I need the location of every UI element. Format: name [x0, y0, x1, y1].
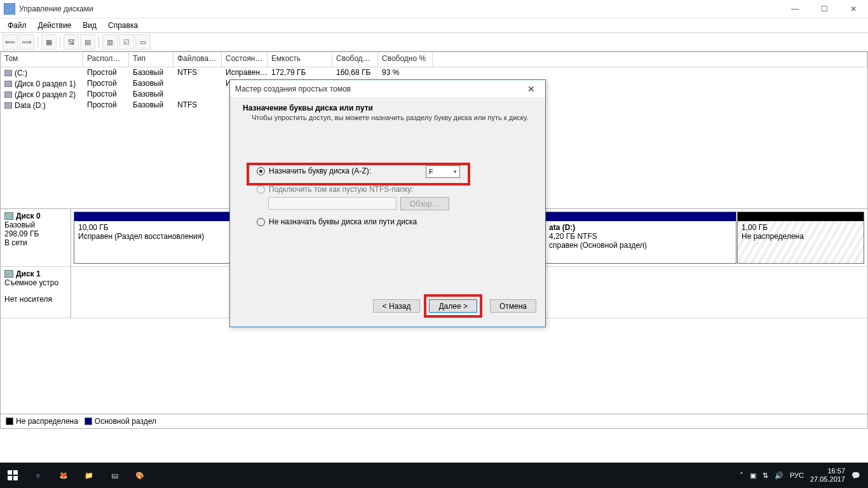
- col-layout[interactable]: Распол…: [83, 52, 129, 67]
- titlebar: Управление дисками — ☐ ✕: [0, 0, 868, 18]
- label-mount-folder: Подключить том как пустую NTFS-папку:: [269, 185, 414, 194]
- svg-rect-3: [13, 476, 18, 480]
- back-icon[interactable]: ⟸: [3, 34, 18, 50]
- dialog-heading: Назначение буквы диска или пути: [243, 104, 532, 112]
- col-pct[interactable]: Свободно %: [378, 52, 433, 67]
- app-icon: [4, 3, 15, 15]
- svg-rect-0: [8, 470, 12, 475]
- maximize-button[interactable]: ☐: [810, 0, 839, 18]
- menu-view[interactable]: Вид: [78, 20, 102, 31]
- volume-icon: [4, 102, 12, 109]
- menubar: Файл Действие Вид Справка: [0, 18, 868, 32]
- col-vol[interactable]: Том: [1, 52, 83, 67]
- tray-network-icon[interactable]: ⇅: [763, 471, 768, 480]
- menu-action[interactable]: Действие: [33, 20, 77, 31]
- radio-no-assign[interactable]: [257, 218, 265, 226]
- tray-sound-icon[interactable]: 🔊: [775, 471, 783, 480]
- table-row[interactable]: (C:) ПростойБазовыйNTFSИсправен…172,79 Г…: [1, 67, 867, 78]
- partition[interactable]: 10,00 ГБИсправен (Раздел восстановления): [74, 212, 235, 264]
- volume-icon: [4, 81, 12, 87]
- tray-clock[interactable]: 16:57 27.05.2017: [810, 467, 845, 484]
- label-no-assign: Не назначать буквы диска или пути диска: [269, 217, 417, 226]
- taskbar-firefox-icon[interactable]: 🦊: [51, 463, 76, 488]
- taskbar-diskmgmt-icon[interactable]: 🖴: [102, 463, 127, 488]
- dialog-close-button[interactable]: ✕: [522, 81, 540, 97]
- svg-rect-1: [13, 470, 18, 475]
- legend-swatch-primary: [85, 417, 92, 425]
- tray-battery-icon[interactable]: ▣: [750, 471, 756, 480]
- cancel-button[interactable]: Отмена: [490, 299, 536, 313]
- chevron-down-icon: ▾: [454, 168, 457, 175]
- col-type[interactable]: Тип: [129, 52, 173, 67]
- tray-lang[interactable]: РУС: [790, 471, 804, 479]
- tray-up-icon[interactable]: ˄: [740, 471, 743, 480]
- svg-rect-2: [8, 476, 12, 480]
- volume-icon: [4, 70, 12, 76]
- window-title: Управление дисками: [19, 4, 780, 13]
- tool5-icon[interactable]: ▭: [135, 34, 151, 50]
- dialog-subtitle: Чтобы упростить доступ, вы можете назнач…: [252, 114, 532, 121]
- taskbar: e 🦊 📁 🖴 🎨 ˄ ▣ ⇅ 🔊 РУС 16:57 27.05.2017 💬: [0, 463, 868, 488]
- col-fs[interactable]: Файловая с…: [173, 52, 222, 67]
- tool2-icon[interactable]: ▤: [80, 34, 95, 50]
- tool4-icon[interactable]: ☑: [119, 34, 134, 50]
- legend-swatch-unalloc: [6, 417, 13, 425]
- toolbar: ⟸ ⟹ ▦ 🖫 ▤ ▥ ☑ ▭: [0, 32, 868, 51]
- partition-bar: [738, 212, 864, 221]
- minimize-button[interactable]: —: [780, 0, 810, 18]
- taskbar-explorer-icon[interactable]: 📁: [76, 463, 102, 488]
- close-button[interactable]: ✕: [839, 0, 868, 18]
- menu-file[interactable]: Файл: [3, 20, 32, 31]
- taskbar-paint-icon[interactable]: 🎨: [127, 463, 153, 488]
- next-button[interactable]: Далее >: [429, 299, 477, 313]
- col-free[interactable]: Свобод…: [332, 52, 378, 67]
- partition-unallocated[interactable]: 1,00 ГБНе распределена: [737, 212, 864, 264]
- refresh-icon[interactable]: 🖫: [64, 34, 79, 50]
- tray-notifications-icon[interactable]: 💬: [851, 471, 860, 480]
- menu-help[interactable]: Справка: [103, 20, 143, 31]
- back-button[interactable]: < Назад: [373, 299, 421, 313]
- partition-bar: [74, 212, 234, 221]
- disk-icon: [4, 270, 13, 278]
- col-state[interactable]: Состояние: [222, 52, 268, 67]
- partition-bar: [545, 212, 736, 221]
- label-assign-letter: Назначить букву диска (A-Z):: [269, 166, 371, 175]
- col-cap[interactable]: Емкость: [268, 52, 332, 67]
- volume-icon: [4, 92, 12, 98]
- taskbar-edge-icon[interactable]: e: [25, 463, 51, 488]
- mount-path-input: [268, 197, 397, 210]
- drive-letter-select[interactable]: F▾: [426, 165, 460, 178]
- disk-icon: [4, 212, 13, 220]
- highlight-box-next: Далее >: [424, 294, 482, 318]
- grid-header: Том Распол… Тип Файловая с… Состояние Ем…: [1, 52, 867, 67]
- wizard-dialog: Мастер создания простых томов ✕ Назначен…: [229, 79, 546, 327]
- dialog-title: Мастер создания простых томов: [235, 85, 522, 93]
- partition[interactable]: ata (D:)4,20 ГБ NTFSсправен (Основной ра…: [545, 212, 736, 264]
- legend: Не распределена Основной раздел: [0, 414, 868, 429]
- start-button[interactable]: [0, 463, 25, 488]
- radio-assign-letter[interactable]: [257, 167, 265, 175]
- disk-header[interactable]: Диск 1 Съемное устро Нет носителя: [1, 267, 71, 318]
- browse-button: Обзор…: [400, 197, 449, 210]
- radio-mount-folder[interactable]: [257, 186, 265, 194]
- tool-icon[interactable]: ▦: [41, 34, 57, 50]
- tool3-icon[interactable]: ▥: [102, 34, 118, 50]
- fwd-icon[interactable]: ⟹: [19, 34, 34, 50]
- disk-header[interactable]: Диск 0 Базовый 298,09 ГБ В сети: [1, 209, 71, 266]
- dialog-titlebar: Мастер создания простых томов ✕: [230, 80, 545, 97]
